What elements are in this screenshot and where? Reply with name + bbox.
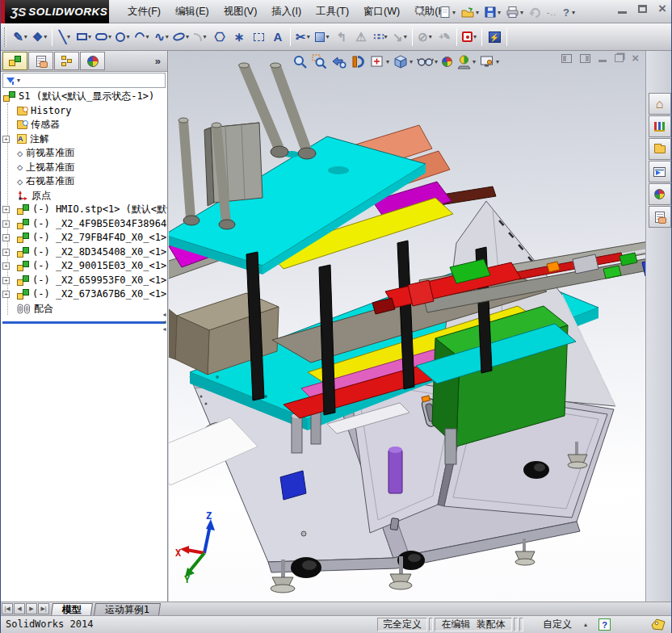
expand-icon[interactable]: + <box>2 291 10 298</box>
tree-item-assembly-root[interactable]: S1 (默认<默认_显示状态-1>) <box>1 90 167 104</box>
tree-item-component[interactable]: + (-) _X2_4F9B5E034F38964D_X <box>1 217 167 232</box>
menu-window[interactable]: 窗口(W) <box>356 2 407 22</box>
save-button[interactable]: ▾ <box>482 3 502 21</box>
tree-item-component[interactable]: + (-) HMIO.stp<1> (默认<默认 <box>1 203 167 217</box>
tab-motion-study-1[interactable]: 运动算例1 <box>94 603 161 615</box>
zoom-to-fit-icon[interactable] <box>292 54 309 69</box>
apply-scene-icon[interactable]: ▾ <box>456 54 477 69</box>
open-document-button[interactable]: ▾ <box>459 3 481 21</box>
add-relation-icon[interactable]: +✎ <box>435 27 454 48</box>
display-delete-relations-icon[interactable]: ⊘▾ <box>415 27 435 48</box>
restore-button[interactable] <box>638 5 647 13</box>
tree-item-component[interactable]: + (-) _X2_659953F0_X0_<1> (默 <box>1 274 167 288</box>
panel-overflow-chevron[interactable]: » <box>155 55 161 67</box>
tab-featuremanager[interactable] <box>2 52 27 70</box>
tree-item-component[interactable]: + (-) _X2_8D345408_X0_<1> (默 <box>1 245 167 260</box>
ellipse-tool-icon[interactable]: ▾ <box>171 27 191 48</box>
chevron-down-icon[interactable]: ▾ <box>452 9 456 16</box>
doc-restore-button[interactable] <box>615 54 624 62</box>
status-expand-arrow[interactable]: ▴ <box>584 621 587 628</box>
circle-tool-icon[interactable]: ▾ <box>113 27 132 48</box>
menu-insert[interactable]: 插入(I) <box>264 2 309 22</box>
tree-item-component[interactable]: + (-) _X2_90015E03_X0_<1> (默 <box>1 259 167 274</box>
tab-nav-prev[interactable]: ◀ <box>14 603 25 614</box>
tree-item-sensors[interactable]: 传感器 <box>1 118 167 132</box>
tree-item-mates[interactable]: 配合 <box>1 302 167 316</box>
hide-show-items-icon[interactable]: ▾ <box>416 55 439 68</box>
arc-tool-icon[interactable]: ▾ <box>132 27 152 48</box>
solidworks-resources-button[interactable]: ⌂ <box>649 93 671 115</box>
tab-nav-last[interactable]: ▶| <box>38 603 49 614</box>
previous-view-icon[interactable] <box>330 54 347 69</box>
polygon-tool-icon[interactable]: ⎔ <box>210 27 229 48</box>
fillet-tool-icon[interactable]: ▾ <box>191 27 210 48</box>
undo-button[interactable] <box>527 3 544 21</box>
text-tool-icon[interactable]: A <box>268 27 288 48</box>
menu-tools[interactable]: 工具(T) <box>309 2 356 22</box>
status-help-button[interactable]: ? <box>598 618 611 631</box>
expand-icon[interactable]: + <box>2 277 10 284</box>
tab-propertymanager[interactable] <box>28 52 53 70</box>
tab-displaymanager[interactable] <box>80 52 105 70</box>
custom-properties-button[interactable] <box>649 206 671 228</box>
section-view-icon[interactable] <box>350 54 367 69</box>
menu-file[interactable]: 文件(F) <box>120 2 168 22</box>
tree-item-component[interactable]: + (-) _X2_673A67B6_X0_<1> (默 <box>1 287 167 302</box>
sketch-alert-icon[interactable]: ⚠ <box>351 27 371 48</box>
view-palette-button[interactable] <box>649 161 671 182</box>
minimize-button[interactable] <box>618 11 627 14</box>
tab-nav-next[interactable]: ▶ <box>26 603 37 614</box>
view-settings-icon[interactable]: ▾ <box>479 55 500 69</box>
expand-icon[interactable]: + <box>2 234 10 241</box>
convert-entities-icon[interactable]: ▾ <box>313 27 332 48</box>
appearances-scenes-button[interactable] <box>649 183 671 205</box>
menu-edit[interactable]: 编辑(E) <box>168 2 216 22</box>
view-sketch-relations-icon[interactable]: ▾ <box>460 27 479 48</box>
tag-icon[interactable] <box>651 618 666 633</box>
design-library-button[interactable] <box>649 115 671 137</box>
tree-item-annotations[interactable]: + A 注解 <box>1 132 167 147</box>
expand-icon[interactable]: + <box>2 206 10 213</box>
tree-splitter[interactable] <box>2 321 166 324</box>
view-orientation-icon[interactable]: ▾ <box>369 54 390 69</box>
search-icon[interactable] <box>414 6 426 20</box>
line-tool-icon[interactable]: ╲▾ <box>55 27 74 48</box>
sketch-tool-icon[interactable]: ✎▾ <box>10 27 30 48</box>
doc-close-button[interactable]: × <box>632 53 639 63</box>
close-button[interactable]: × <box>658 3 666 15</box>
doc-minimize-button[interactable] <box>598 60 607 62</box>
tree-filter-input[interactable]: ▾ <box>2 73 166 88</box>
chevron-down-icon[interactable]: ▾ <box>572 9 575 16</box>
help-button[interactable]: ? ▾ <box>560 3 577 21</box>
tree-item-component[interactable]: + (-) _X2_79FB4F4D_X0_<1> (默 <box>1 231 167 245</box>
tree-item-right-plane[interactable]: ◇ 右视基准面 <box>1 174 167 189</box>
expand-icon[interactable]: + <box>2 136 10 143</box>
assembly-model[interactable] <box>169 51 645 602</box>
smart-dimension-icon[interactable]: ❖▾ <box>30 27 49 48</box>
menu-view[interactable]: 视图(V) <box>216 2 265 22</box>
chevron-down-icon[interactable]: ▾ <box>17 77 20 84</box>
graphics-viewport[interactable]: ▾ ▾ ▾ ▾ ▾ × <box>169 51 645 602</box>
linear-pattern-icon[interactable]: ∷∷▾ <box>371 27 390 48</box>
tab-configurationmanager[interactable] <box>54 52 79 70</box>
slot-tool-icon[interactable]: ▾ <box>94 27 113 48</box>
mirror-entities-icon[interactable]: ↰ <box>332 27 351 48</box>
new-document-button[interactable]: ▾ <box>437 3 457 21</box>
right-pane-toggle[interactable] <box>580 54 590 63</box>
status-custom[interactable]: 自定义 <box>534 618 581 631</box>
tree-item-top-plane[interactable]: ◇ 上视基准面 <box>1 161 167 175</box>
rapid-sketch-icon[interactable]: ⚡ <box>485 27 504 48</box>
edit-appearance-icon[interactable] <box>441 57 453 67</box>
tree-item-front-plane[interactable]: ◇ 前视基准面 <box>1 146 167 161</box>
toolbar-grip[interactable] <box>4 27 6 47</box>
tab-model[interactable]: 模型 <box>51 603 93 615</box>
expand-icon[interactable]: + <box>2 249 10 256</box>
tree-item-history[interactable]: History <box>1 104 167 119</box>
expand-icon[interactable]: + <box>2 220 10 228</box>
chevron-down-icon[interactable]: ▾ <box>520 9 523 16</box>
rectangle-tool-icon[interactable]: ▾ <box>74 27 94 48</box>
display-style-icon[interactable]: ▾ <box>393 54 414 69</box>
file-explorer-button[interactable] <box>649 138 671 160</box>
panel-splitter-arrows[interactable]: ◂◂◂ <box>162 311 167 333</box>
print-button[interactable]: ▾ <box>504 3 525 21</box>
